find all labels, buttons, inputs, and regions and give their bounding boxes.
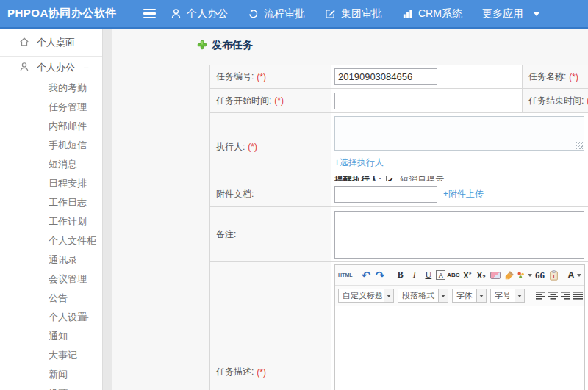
sidebar-item-label: 任务管理 [49,101,87,114]
sidebar-item-personal-office[interactable]: 个人办公 − [0,57,102,79]
sidebar-item-label: 公告 [49,292,68,305]
italic-button[interactable]: I [408,268,420,283]
remark-cell [331,207,588,262]
format-brush-icon[interactable] [503,268,515,283]
blockquote-button[interactable]: 66 [534,268,546,283]
align-justify-icon[interactable] [573,292,583,300]
superscript-button[interactable]: X² [461,268,473,283]
nav-label: 个人办公 [187,7,228,21]
sidebar-item-milestones[interactable]: 大事记 [0,346,102,365]
sidebar: 个人桌面 个人办公 − 我的考勤 任务管理 内部邮件 手机短信 短消息 日程安排… [0,29,103,390]
attachment-label: 附件文档: [210,181,331,207]
sidebar-item-label: 日程安排 [49,177,87,190]
sidebar-item-internal-mail[interactable]: 内部邮件 [0,117,102,136]
remark-textarea[interactable] [334,211,584,259]
sidebar-item-announcement[interactable]: 公告 [0,289,102,308]
user-icon [171,8,182,19]
font-color-button[interactable]: A [568,268,581,283]
align-right-icon[interactable] [561,292,570,300]
required-mark: (*) [257,72,266,82]
caret-down-icon [528,274,532,277]
paragraph-format-select[interactable]: 段落格式 [398,289,448,303]
sidebar-item-personal-cabinet[interactable]: 个人文件柜 [0,231,102,250]
start-time-cell [331,89,523,113]
sidebar-item-meeting-management[interactable]: 会议管理 [0,270,102,289]
end-time-label: 任务结束时间:(*) [523,89,588,113]
char-border-button[interactable]: A [436,270,445,280]
collapse-icon[interactable]: − [83,62,89,73]
nav-label: 集团审批 [341,7,382,21]
sidebar-item-news[interactable]: 新闻 [0,365,102,384]
redo-icon[interactable]: ↷ [373,268,386,283]
caret-down-icon[interactable] [514,289,524,302]
required-mark: (*) [248,142,257,152]
attachment-upload-link[interactable]: +附件上传 [443,188,484,201]
strikethrough-button[interactable]: ABC [447,268,459,283]
start-time-input[interactable] [334,93,437,109]
sidebar-item-address-book[interactable]: 通讯录 [0,250,102,270]
user-icon [19,62,29,74]
sidebar-item-my-attendance[interactable]: 我的考勤 [0,79,102,98]
sidebar-item-partial[interactable]: 投票 [0,384,102,390]
align-center-icon[interactable] [548,292,558,300]
nav-workflow-approval[interactable]: 流程审批 [248,7,305,21]
caret-down-icon[interactable] [384,289,393,302]
nav-label: CRM系统 [418,7,462,21]
nav-group-approval[interactable]: 集团审批 [325,7,382,21]
caret-down-icon[interactable] [476,289,486,302]
font-size-select[interactable]: 字号 [490,289,525,303]
editor-toolbar-row1: HTML ↶ ↷ B I U A ABC X² X₂ [335,265,584,286]
page-title: 发布任务 [197,39,253,52]
required-mark: (*) [569,72,578,82]
caret-down-icon [577,274,581,277]
sidebar-item-work-log[interactable]: 工作日志 [0,193,102,212]
caret-down-icon[interactable] [438,289,448,302]
home-icon [19,37,29,49]
menu-icon[interactable] [140,0,159,27]
required-mark: (*) [274,95,284,106]
sidebar-item-work-plan[interactable]: 工作计划 [0,212,102,231]
svg-text:T: T [552,273,556,278]
paste-text-icon[interactable]: T [548,268,560,283]
bold-button[interactable]: B [394,268,406,283]
sidebar-item-label: 手机短信 [49,139,87,152]
nav-more-apps[interactable]: 更多应用 [482,7,540,21]
underline-button[interactable]: U [422,268,434,283]
align-left-icon[interactable] [536,292,545,300]
expand-icon[interactable]: + [83,312,89,322]
sidebar-item-task-management[interactable]: 任务管理 [0,98,102,117]
resize-grip-icon[interactable] [576,142,583,149]
attachment-input[interactable] [334,186,437,203]
sidebar-item-label: 工作计划 [49,215,87,228]
sidebar-item-label: 短消息 [49,158,77,171]
sidebar-item-mobile-sms[interactable]: 手机短信 [0,136,102,155]
sidebar-item-label: 通讯录 [49,253,77,267]
choose-executor-link[interactable]: +选择执行人 [334,157,384,167]
attachment-cell: +附件上传 [331,181,588,207]
eraser-icon[interactable] [489,268,501,283]
nav-crm-system[interactable]: CRM系统 [402,7,462,21]
editor-content-area[interactable] [335,306,584,390]
sidebar-item-schedule[interactable]: 日程安排 [0,174,102,193]
publish-task-form: 任务编号:(*) 任务名称:(*) 任务开始时间:(*) 任务结束时间:(*) … [209,65,588,390]
executor-textarea[interactable] [334,116,584,151]
color-splash-icon[interactable] [517,268,532,283]
nav-personal-office[interactable]: 个人办公 [171,7,228,21]
subscript-button[interactable]: X₂ [475,268,487,283]
sidebar-item-short-message[interactable]: 短消息 [0,155,102,174]
html-source-button[interactable]: HTML [339,268,352,283]
custom-title-select[interactable]: 自定义标题 [338,289,394,303]
page-title-text: 发布任务 [212,39,253,52]
sidebar-item-label: 新闻 [49,368,68,381]
undo-icon[interactable]: ↶ [359,268,372,283]
sidebar-item-personal-desktop[interactable]: 个人桌面 [0,29,102,56]
sidebar-item-personal-settings[interactable]: 个人设置 + [0,308,102,327]
font-family-select[interactable]: 字体 [452,289,487,303]
sidebar-item-notice[interactable]: 通知 [0,327,102,346]
sidebar-item-label: 会议管理 [49,272,87,286]
sidebar-item-label: 个人设置 [49,311,87,324]
task-no-cell [331,65,523,89]
task-no-input[interactable] [334,68,437,85]
sidebar-item-label: 大事记 [49,349,77,362]
sidebar-item-label: 个人办公 [37,61,75,74]
